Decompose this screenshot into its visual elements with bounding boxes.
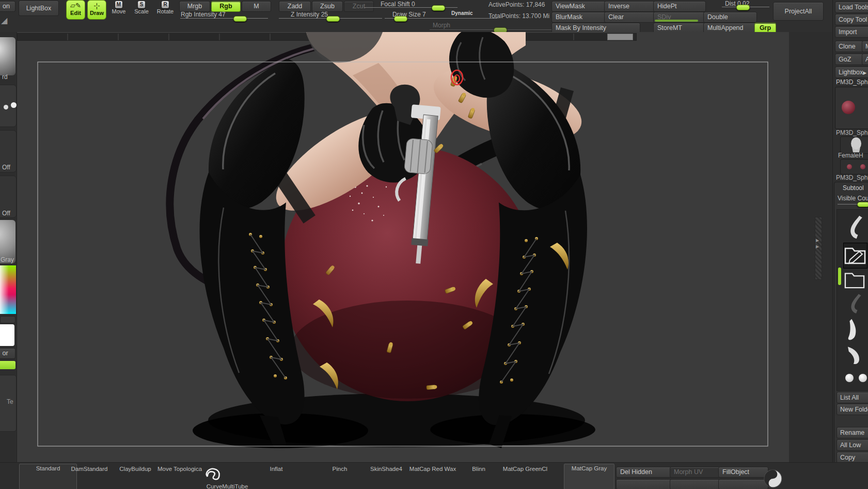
draw-button[interactable]: -¦-Draw bbox=[87, 0, 106, 20]
top-toolbar: on ◢ LightBox ▱✎Edit -¦-Draw MMove SScal… bbox=[0, 0, 868, 33]
move-button[interactable]: MMove bbox=[109, 1, 129, 20]
z-intensity-knob[interactable] bbox=[326, 16, 340, 22]
material-matcap-red-wax[interactable]: MatCap Red Wax bbox=[409, 465, 456, 489]
current-color-swatch[interactable] bbox=[0, 324, 14, 346]
del-hidden-button[interactable]: Del Hidden bbox=[616, 467, 672, 478]
rgb-button[interactable]: Rgb bbox=[211, 1, 241, 12]
clear-button[interactable]: Clear bbox=[604, 12, 656, 23]
viewport[interactable] bbox=[17, 32, 789, 462]
mrgb-button[interactable]: Mrgb bbox=[179, 1, 210, 12]
edit-button[interactable]: ▱✎Edit bbox=[66, 0, 85, 20]
recent-tool-1-label: PM3D_Sph bbox=[836, 129, 867, 136]
subtool-list bbox=[837, 209, 868, 391]
rotate-icon: R bbox=[162, 1, 169, 8]
material-matcap-greencl[interactable]: MatCap GreenCl bbox=[501, 465, 549, 489]
clone-button[interactable]: Clone bbox=[835, 41, 864, 52]
draw-icon: -¦- bbox=[88, 1, 106, 10]
switch-color-button[interactable]: or bbox=[0, 348, 15, 359]
material-blinn[interactable]: Blinn bbox=[455, 465, 502, 489]
clone-m-button[interactable]: M bbox=[862, 41, 868, 52]
stroke-thumb[interactable] bbox=[0, 85, 17, 127]
goz-button[interactable]: GoZ bbox=[835, 54, 864, 65]
rotate-button[interactable]: RRotate bbox=[155, 1, 175, 20]
zadd-button[interactable]: Zadd bbox=[279, 1, 311, 12]
hidept-button[interactable]: HidePt bbox=[653, 1, 706, 12]
morph-slider[interactable] bbox=[430, 29, 554, 30]
visible-count-knob[interactable] bbox=[857, 202, 868, 207]
subtool-item-folder[interactable] bbox=[843, 270, 866, 290]
texture-panel[interactable]: Te bbox=[0, 375, 17, 432]
goz-a-button[interactable]: A bbox=[862, 54, 868, 65]
subtool-item-arm-ghost[interactable] bbox=[844, 292, 867, 315]
current-tool-name: PM3D_Sph bbox=[836, 78, 867, 86]
double-button[interactable]: Double bbox=[703, 12, 757, 23]
subtool-item-arm[interactable] bbox=[844, 214, 867, 241]
scale-button[interactable]: SScale bbox=[132, 1, 151, 20]
subtool-item-spheres[interactable] bbox=[841, 371, 864, 386]
inverse-button[interactable]: Inverse bbox=[604, 1, 656, 12]
subtool-item-leg[interactable] bbox=[841, 344, 864, 368]
projectall-button[interactable]: ProjectAll bbox=[773, 2, 824, 21]
color-bar[interactable] bbox=[0, 316, 15, 323]
bottom-empty-button-1[interactable] bbox=[616, 479, 672, 489]
texture-toggle-icon[interactable] bbox=[763, 469, 783, 488]
brush-curvemultitube[interactable]: CurveMultiTube bbox=[203, 465, 251, 489]
copy-button[interactable]: Copy bbox=[837, 452, 868, 463]
brush-claybuildup[interactable]: ClayBuildup bbox=[112, 465, 159, 489]
focal-shift-label: Focal Shift 0 bbox=[381, 1, 415, 8]
corner-fold-icon[interactable]: ◢ bbox=[1, 15, 7, 25]
m-button[interactable]: M bbox=[242, 1, 271, 12]
brush-inflat[interactable]: Inflat bbox=[254, 465, 298, 489]
material-skinshade4[interactable]: SkinShade4 bbox=[362, 465, 410, 489]
rgb-intensity-slider[interactable] bbox=[180, 18, 268, 19]
fill-object-button[interactable]: FillObject bbox=[718, 467, 768, 478]
brush-pinch[interactable]: Pinch bbox=[316, 465, 364, 489]
rgb-intensity-knob[interactable] bbox=[233, 16, 247, 22]
subtool-item-folder-edit[interactable] bbox=[843, 243, 867, 269]
subtool-scroll-indicator[interactable] bbox=[838, 267, 841, 285]
alpha-off-label: Off bbox=[2, 164, 10, 171]
all-low-button[interactable]: All Low bbox=[837, 439, 868, 451]
canvas-vertical-scrollbar[interactable]: ▶ ▶ bbox=[815, 217, 822, 280]
viewmask-button[interactable]: ViewMask bbox=[551, 1, 606, 12]
subtool-item-boot[interactable] bbox=[844, 317, 867, 342]
current-tool-thumbnail[interactable] bbox=[835, 87, 868, 129]
corner-on-button[interactable]: on bbox=[0, 1, 15, 12]
recent-tool-3-thumbnail[interactable] bbox=[840, 159, 868, 175]
brush-move-topological[interactable]: Move Topologica bbox=[156, 465, 203, 489]
dist-knob[interactable] bbox=[736, 5, 750, 10]
recent-tool-3-label: PM3D_Sph bbox=[836, 174, 867, 181]
texture-off-label: Off bbox=[2, 210, 10, 217]
bottom-empty-button-3[interactable] bbox=[718, 479, 768, 489]
current-brush-thumb[interactable] bbox=[0, 37, 15, 75]
sdiv-button[interactable]: SDiv bbox=[653, 12, 706, 23]
morph-label: Morph bbox=[433, 22, 450, 29]
zsub-button[interactable]: Zsub bbox=[312, 1, 343, 12]
material-matcap-gray[interactable]: MatCap Gray bbox=[564, 464, 614, 489]
focal-shift-knob[interactable] bbox=[432, 5, 445, 11]
rename-button[interactable]: Rename bbox=[837, 427, 868, 438]
subtool-section: Subtool Visible Cou bbox=[834, 182, 868, 489]
subtool-title: Subtool bbox=[843, 184, 864, 192]
new-folder-button[interactable]: New Folde bbox=[837, 404, 868, 415]
copy-tool-button[interactable]: Copy Tool bbox=[835, 14, 868, 25]
zcut-button[interactable]: Zcut bbox=[344, 1, 374, 12]
gradient-color-bar[interactable] bbox=[0, 361, 15, 369]
draw-size-knob[interactable] bbox=[394, 16, 407, 22]
lightbox-button[interactable]: LightBox bbox=[19, 1, 59, 16]
material-label: Gray bbox=[1, 256, 14, 263]
color-picker[interactable] bbox=[0, 265, 16, 314]
load-tool-button[interactable]: Load Tools bbox=[835, 2, 868, 13]
curvemultitube-icon bbox=[203, 465, 251, 482]
recent-tool-2-thumbnail[interactable] bbox=[840, 136, 868, 154]
morph-uv-button[interactable]: Morph UV bbox=[670, 467, 721, 478]
current-brush-label: rd bbox=[2, 73, 8, 81]
list-all-button[interactable]: List All bbox=[837, 392, 868, 403]
import-button[interactable]: Import bbox=[835, 26, 868, 38]
blurmask-button[interactable]: BlurMask bbox=[551, 12, 606, 23]
bottom-empty-button-2[interactable] bbox=[670, 479, 721, 489]
recent-tool-2-label: FemaleH bbox=[838, 152, 863, 159]
brush-damstandard[interactable]: DamStandard bbox=[66, 465, 113, 489]
sdiv-progress bbox=[655, 20, 698, 22]
lightbox-panel-button[interactable]: Lightbox▶ bbox=[835, 67, 868, 78]
